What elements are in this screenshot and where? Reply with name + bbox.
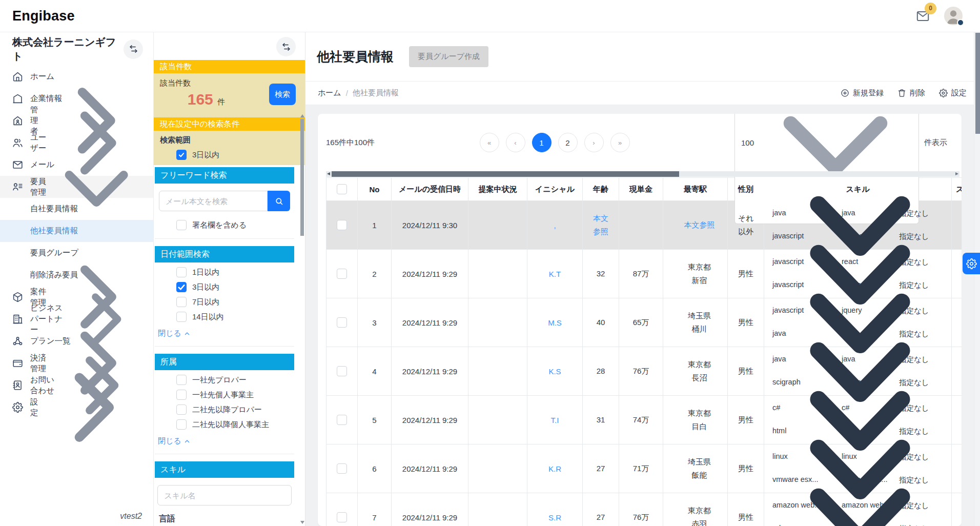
date-range-option[interactable]: 1日以内 <box>176 267 294 278</box>
floating-settings-button[interactable] <box>963 253 980 274</box>
new-registration-button[interactable]: 新規登録 <box>841 88 884 98</box>
select-all-checkbox[interactable] <box>337 184 347 194</box>
skill-section-header: スキル <box>155 461 294 478</box>
age-link[interactable]: 参照 <box>583 225 619 238</box>
include-signature-option[interactable]: 署名欄を含める <box>176 219 294 231</box>
notification-mail-button[interactable]: 0 <box>916 9 930 23</box>
freeword-search-button[interactable] <box>268 191 290 211</box>
cell-skills: amazon web...amazon web...指定なしrubyruby指定… <box>764 493 952 526</box>
row-checkbox[interactable] <box>337 415 347 425</box>
skill-name-input[interactable] <box>157 485 291 505</box>
cell-rate <box>619 201 663 250</box>
app-logo[interactable]: Engibase <box>12 8 75 24</box>
date-range-checkbox[interactable] <box>176 267 187 277</box>
count-value: 165 <box>188 91 213 108</box>
station-text: 目白 <box>671 420 727 433</box>
row-checkbox[interactable] <box>337 220 347 230</box>
table-row[interactable]: 72024/12/11 9:29S.R2776万東京都赤羽男性amazon we… <box>326 493 962 526</box>
affiliation-checkbox[interactable] <box>176 419 187 430</box>
affiliation-checkbox[interactable] <box>176 404 187 415</box>
age-link[interactable]: 本文 <box>583 212 619 225</box>
pagination-page[interactable]: 2 <box>558 133 578 152</box>
breadcrumb-home-link[interactable]: ホーム <box>318 88 341 98</box>
scope-checkbox[interactable] <box>176 150 187 160</box>
age-text: 32 <box>583 267 619 280</box>
cell-station: 東京都赤羽 <box>663 493 728 526</box>
initial-link[interactable]: M.S <box>548 318 562 327</box>
date-range-checkbox[interactable] <box>176 297 187 307</box>
row-checkbox[interactable] <box>337 463 347 474</box>
date-range-option[interactable]: 14日以内 <box>176 311 294 322</box>
company-switch-button[interactable] <box>124 39 143 59</box>
affiliation-option[interactable]: 二社先以降プロパー <box>176 404 294 415</box>
notification-badge: 0 <box>925 3 936 14</box>
date-range-close-link[interactable]: 閉じる <box>158 329 190 338</box>
cell-station: 埼玉県飯能 <box>663 444 728 493</box>
pagination-page[interactable]: 1 <box>532 133 552 152</box>
filter-scrollbar[interactable] <box>300 114 304 526</box>
affiliation-option[interactable]: 一社先プロパー <box>176 374 294 386</box>
admin-icon <box>12 115 23 126</box>
filter-scrollbar-thumb[interactable] <box>300 119 304 236</box>
row-checkbox[interactable] <box>337 269 347 279</box>
scroll-right-arrow-icon[interactable] <box>955 172 958 175</box>
scroll-down-arrow-icon[interactable] <box>300 521 304 524</box>
station-text: 新宿 <box>671 274 727 287</box>
create-group-button[interactable]: 要員グループ作成 <box>409 46 488 67</box>
row-checkbox[interactable] <box>337 317 347 328</box>
page-scrollbar-thumb[interactable] <box>975 33 980 134</box>
horizontal-scrollbar-thumb[interactable] <box>332 171 679 177</box>
user-avatar[interactable] <box>944 7 963 25</box>
signature-checkbox[interactable] <box>176 220 187 230</box>
affiliation-checkbox[interactable] <box>176 375 187 385</box>
initial-link[interactable]: T.I <box>551 416 559 424</box>
affiliation-option[interactable]: 一社先個人事業主 <box>176 389 294 400</box>
gear-icon <box>12 402 23 413</box>
cell-gender: 男性 <box>728 493 764 526</box>
initial-link[interactable]: K.R <box>548 464 561 473</box>
row-select-cell <box>326 347 358 396</box>
affiliation-option[interactable]: 二社先以降個人事業主 <box>176 419 294 430</box>
date-range-option[interactable]: 7日以内 <box>176 296 294 308</box>
pagination-last[interactable]: » <box>610 133 630 152</box>
station-link[interactable]: 本文参照 <box>671 218 727 232</box>
date-range-header: 日付範囲検索 <box>155 246 294 262</box>
initial-link[interactable]: K.S <box>548 367 561 376</box>
column-header: 年齢 <box>583 178 619 201</box>
initial-link[interactable]: S.R <box>548 513 561 522</box>
affiliation-close-link[interactable]: 閉じる <box>158 436 190 446</box>
scroll-up-arrow-icon[interactable] <box>300 114 304 117</box>
sidebar-item[interactable]: 設定 <box>0 396 153 418</box>
cell-age: 27 <box>583 493 619 526</box>
initial-link[interactable]: K.T <box>549 270 561 278</box>
column-header: イニシャル <box>527 178 583 201</box>
expand-skills-chevron-icon[interactable] <box>783 440 937 526</box>
sidebar-item[interactable]: 要員管理 <box>0 176 153 198</box>
delete-button[interactable]: 削除 <box>897 88 925 98</box>
date-range-option[interactable]: 3日以内 <box>176 281 294 293</box>
date-range-checkbox[interactable] <box>176 312 187 322</box>
row-checkbox[interactable] <box>337 512 347 522</box>
pagination-next[interactable]: › <box>584 133 604 152</box>
cell-received-datetime: 2024/12/11 9:29 <box>392 250 468 298</box>
initial-link[interactable]: , <box>554 221 556 230</box>
settings-button[interactable]: 設定 <box>939 88 967 98</box>
building-icon <box>12 93 23 104</box>
page-scrollbar[interactable] <box>974 32 980 526</box>
scroll-left-arrow-icon[interactable] <box>327 172 330 175</box>
filter-collapse-button[interactable] <box>276 37 296 56</box>
gender-text: 男性 <box>728 511 764 524</box>
date-range-checkbox[interactable] <box>176 282 187 292</box>
pagination-prev[interactable]: ‹ <box>506 133 525 152</box>
affiliation-checkbox[interactable] <box>176 390 187 400</box>
search-button[interactable]: 検索 <box>269 84 296 105</box>
swap-icon <box>129 44 138 54</box>
count-label: 該当件数 <box>160 78 191 88</box>
affiliation-option-label: 二社先以降個人事業主 <box>192 420 269 430</box>
row-checkbox[interactable] <box>337 366 347 376</box>
plan-icon <box>12 336 23 347</box>
pagination-first[interactable]: « <box>480 133 499 152</box>
cell-station: 東京都長沼 <box>663 347 728 396</box>
breadcrumb-separator: / <box>346 89 348 97</box>
freeword-search-input[interactable] <box>159 191 268 211</box>
